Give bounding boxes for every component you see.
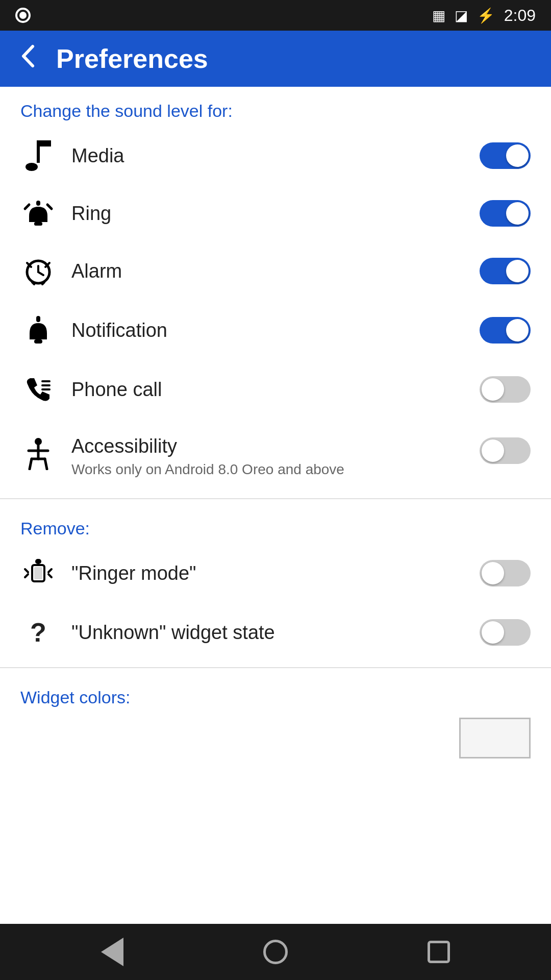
- list-item: ? "Unknown" widget state: [0, 603, 551, 662]
- media-toggle[interactable]: [480, 142, 531, 169]
- sound-section: Change the sound level for: Media: [0, 87, 551, 493]
- accessibility-toggle-thumb: [482, 439, 504, 462]
- svg-rect-6: [36, 201, 40, 206]
- accessibility-toggle[interactable]: [480, 437, 531, 464]
- section-divider-2: [0, 667, 551, 668]
- vibrate-icon: ▦: [432, 7, 445, 24]
- media-toggle-thumb: [506, 144, 529, 167]
- music-icon: [20, 140, 56, 171]
- ring-label: Ring: [71, 203, 464, 225]
- phone-call-toggle[interactable]: [480, 376, 531, 403]
- home-nav-button[interactable]: [258, 934, 293, 970]
- ringer-mode-toggle[interactable]: [480, 560, 531, 586]
- list-item: Accessibility Works only on Android 8.0 …: [0, 419, 551, 493]
- remove-section-label: Remove:: [0, 504, 551, 544]
- alarm-toggle-thumb: [506, 260, 529, 282]
- battery-icon: ⚡: [477, 7, 495, 24]
- svg-line-24: [30, 459, 32, 469]
- media-label: Media: [71, 145, 464, 167]
- svg-line-28: [25, 569, 28, 572]
- home-nav-icon: [263, 940, 288, 964]
- svg-rect-5: [34, 222, 42, 226]
- ringer-mode-label: "Ringer mode": [71, 562, 464, 584]
- header: Preferences: [0, 31, 551, 87]
- record-indicator: [15, 8, 31, 23]
- svg-line-30: [48, 569, 52, 572]
- status-bar: ▦ ◪ ⚡ 2:09: [0, 0, 551, 31]
- svg-line-12: [32, 282, 34, 284]
- svg-line-13: [42, 282, 44, 284]
- list-item: Phone call: [0, 360, 551, 419]
- accessibility-icon: [20, 437, 56, 470]
- notification-toggle[interactable]: [480, 317, 531, 344]
- notification-toggle-thumb: [506, 319, 529, 341]
- unknown-widget-toggle-thumb: [482, 621, 504, 644]
- back-nav-icon: [101, 938, 123, 966]
- widget-color-preview[interactable]: [459, 718, 531, 758]
- notification-label: Notification: [71, 320, 464, 341]
- ringer-mode-icon: [20, 558, 56, 589]
- svg-rect-15: [36, 316, 40, 322]
- alarm-toggle[interactable]: [480, 258, 531, 284]
- bottom-navigation: [0, 924, 551, 980]
- svg-point-0: [26, 163, 38, 171]
- svg-rect-32: [35, 559, 41, 564]
- svg-line-3: [25, 205, 29, 209]
- list-item: "Ringer mode": [0, 544, 551, 603]
- alarm-icon: [20, 256, 56, 286]
- svg-rect-27: [34, 567, 42, 579]
- phone-call-label: Phone call: [71, 379, 464, 401]
- page-title: Preferences: [56, 43, 208, 74]
- svg-line-29: [25, 574, 28, 577]
- notification-icon: [20, 315, 56, 346]
- svg-rect-14: [34, 339, 42, 344]
- back-nav-button[interactable]: [94, 934, 130, 970]
- unknown-widget-label: "Unknown" widget state: [71, 622, 464, 644]
- list-item: Media: [0, 126, 551, 185]
- section-divider: [0, 498, 551, 499]
- svg-line-9: [38, 272, 43, 275]
- widget-colors-label: Widget colors:: [0, 673, 551, 713]
- phone-call-toggle-thumb: [482, 378, 504, 401]
- ring-toggle-thumb: [506, 202, 529, 225]
- ring-icon: [20, 200, 56, 227]
- sound-section-label: Change the sound level for:: [0, 87, 551, 126]
- phone-icon: [20, 374, 56, 405]
- list-item: Alarm: [0, 241, 551, 301]
- list-item: Notification: [0, 301, 551, 360]
- accessibility-label: Accessibility Works only on Android 8.0 …: [71, 435, 464, 479]
- status-time: 2:09: [504, 6, 536, 25]
- svg-line-25: [45, 459, 47, 469]
- recents-nav-icon: [428, 941, 450, 963]
- remove-section: Remove: "Ringer mode": [0, 504, 551, 662]
- question-icon: ?: [20, 617, 56, 648]
- content-area: Change the sound level for: Media: [0, 87, 551, 924]
- ringer-mode-toggle-thumb: [482, 562, 504, 584]
- svg-rect-2: [37, 140, 51, 146]
- status-bar-left: [15, 8, 31, 23]
- back-button[interactable]: [15, 43, 41, 75]
- svg-line-4: [47, 205, 52, 209]
- alarm-label: Alarm: [71, 260, 464, 282]
- recents-nav-button[interactable]: [421, 934, 457, 970]
- widget-colors-section: Widget colors:: [0, 673, 551, 758]
- unknown-widget-toggle[interactable]: [480, 619, 531, 646]
- list-item: Ring: [0, 185, 551, 241]
- svg-line-31: [48, 574, 52, 577]
- ring-toggle[interactable]: [480, 200, 531, 227]
- signal-icon: ◪: [455, 7, 468, 24]
